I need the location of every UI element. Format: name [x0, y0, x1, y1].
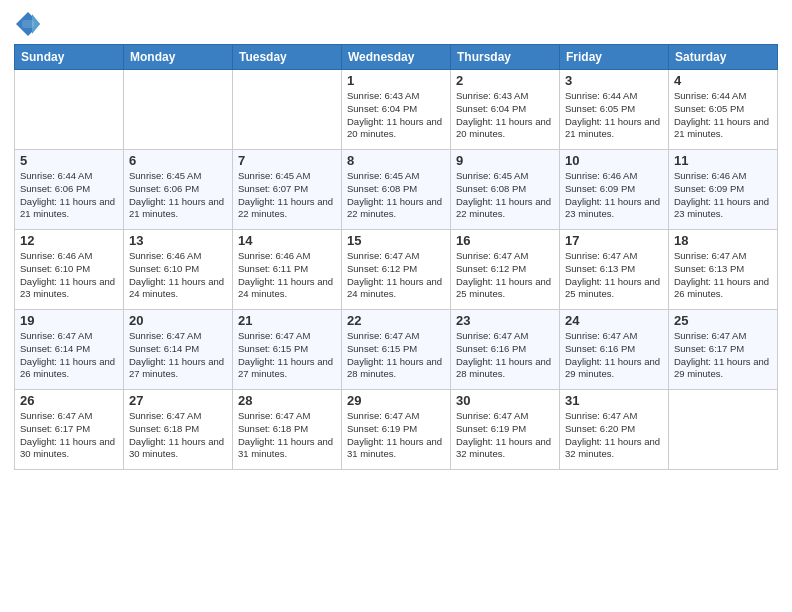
- day-number: 22: [347, 313, 445, 328]
- logo: [14, 10, 46, 38]
- day-info: Sunrise: 6:46 AMSunset: 6:10 PMDaylight:…: [20, 250, 118, 301]
- day-info: Sunrise: 6:47 AMSunset: 6:13 PMDaylight:…: [674, 250, 772, 301]
- day-number: 18: [674, 233, 772, 248]
- day-info: Sunrise: 6:47 AMSunset: 6:14 PMDaylight:…: [20, 330, 118, 381]
- day-number: 7: [238, 153, 336, 168]
- day-info: Sunrise: 6:44 AMSunset: 6:05 PMDaylight:…: [674, 90, 772, 141]
- day-number: 10: [565, 153, 663, 168]
- day-info: Sunrise: 6:46 AMSunset: 6:09 PMDaylight:…: [674, 170, 772, 221]
- day-info: Sunrise: 6:47 AMSunset: 6:14 PMDaylight:…: [129, 330, 227, 381]
- calendar-week-row: 5Sunrise: 6:44 AMSunset: 6:06 PMDaylight…: [15, 150, 778, 230]
- day-number: 16: [456, 233, 554, 248]
- calendar-week-row: 12Sunrise: 6:46 AMSunset: 6:10 PMDayligh…: [15, 230, 778, 310]
- day-info: Sunrise: 6:47 AMSunset: 6:16 PMDaylight:…: [456, 330, 554, 381]
- day-info: Sunrise: 6:46 AMSunset: 6:11 PMDaylight:…: [238, 250, 336, 301]
- day-info: Sunrise: 6:47 AMSunset: 6:17 PMDaylight:…: [20, 410, 118, 461]
- day-number: 27: [129, 393, 227, 408]
- calendar-cell: 27Sunrise: 6:47 AMSunset: 6:18 PMDayligh…: [124, 390, 233, 470]
- day-number: 14: [238, 233, 336, 248]
- calendar-cell: 28Sunrise: 6:47 AMSunset: 6:18 PMDayligh…: [233, 390, 342, 470]
- calendar-cell: [233, 70, 342, 150]
- calendar-cell: 30Sunrise: 6:47 AMSunset: 6:19 PMDayligh…: [451, 390, 560, 470]
- header: [14, 10, 778, 38]
- day-number: 1: [347, 73, 445, 88]
- day-number: 20: [129, 313, 227, 328]
- calendar-cell: 21Sunrise: 6:47 AMSunset: 6:15 PMDayligh…: [233, 310, 342, 390]
- header-tuesday: Tuesday: [233, 45, 342, 70]
- day-number: 5: [20, 153, 118, 168]
- calendar-cell: 25Sunrise: 6:47 AMSunset: 6:17 PMDayligh…: [669, 310, 778, 390]
- calendar-cell: 20Sunrise: 6:47 AMSunset: 6:14 PMDayligh…: [124, 310, 233, 390]
- day-info: Sunrise: 6:47 AMSunset: 6:12 PMDaylight:…: [347, 250, 445, 301]
- day-number: 3: [565, 73, 663, 88]
- day-number: 12: [20, 233, 118, 248]
- calendar-cell: 24Sunrise: 6:47 AMSunset: 6:16 PMDayligh…: [560, 310, 669, 390]
- day-info: Sunrise: 6:47 AMSunset: 6:18 PMDaylight:…: [238, 410, 336, 461]
- header-wednesday: Wednesday: [342, 45, 451, 70]
- header-sunday: Sunday: [15, 45, 124, 70]
- day-number: 24: [565, 313, 663, 328]
- day-number: 17: [565, 233, 663, 248]
- day-info: Sunrise: 6:47 AMSunset: 6:15 PMDaylight:…: [238, 330, 336, 381]
- calendar-cell: 22Sunrise: 6:47 AMSunset: 6:15 PMDayligh…: [342, 310, 451, 390]
- header-monday: Monday: [124, 45, 233, 70]
- calendar-cell: 17Sunrise: 6:47 AMSunset: 6:13 PMDayligh…: [560, 230, 669, 310]
- day-info: Sunrise: 6:45 AMSunset: 6:08 PMDaylight:…: [347, 170, 445, 221]
- calendar-cell: 9Sunrise: 6:45 AMSunset: 6:08 PMDaylight…: [451, 150, 560, 230]
- weekday-header-row: Sunday Monday Tuesday Wednesday Thursday…: [15, 45, 778, 70]
- calendar-cell: 26Sunrise: 6:47 AMSunset: 6:17 PMDayligh…: [15, 390, 124, 470]
- calendar-cell: 8Sunrise: 6:45 AMSunset: 6:08 PMDaylight…: [342, 150, 451, 230]
- calendar-cell: [669, 390, 778, 470]
- day-info: Sunrise: 6:43 AMSunset: 6:04 PMDaylight:…: [347, 90, 445, 141]
- calendar-cell: 10Sunrise: 6:46 AMSunset: 6:09 PMDayligh…: [560, 150, 669, 230]
- day-info: Sunrise: 6:44 AMSunset: 6:06 PMDaylight:…: [20, 170, 118, 221]
- day-info: Sunrise: 6:47 AMSunset: 6:19 PMDaylight:…: [347, 410, 445, 461]
- calendar-cell: 13Sunrise: 6:46 AMSunset: 6:10 PMDayligh…: [124, 230, 233, 310]
- calendar-cell: 15Sunrise: 6:47 AMSunset: 6:12 PMDayligh…: [342, 230, 451, 310]
- day-number: 30: [456, 393, 554, 408]
- header-thursday: Thursday: [451, 45, 560, 70]
- calendar-cell: [15, 70, 124, 150]
- day-number: 15: [347, 233, 445, 248]
- day-info: Sunrise: 6:45 AMSunset: 6:07 PMDaylight:…: [238, 170, 336, 221]
- calendar-cell: 14Sunrise: 6:46 AMSunset: 6:11 PMDayligh…: [233, 230, 342, 310]
- day-number: 29: [347, 393, 445, 408]
- day-info: Sunrise: 6:47 AMSunset: 6:13 PMDaylight:…: [565, 250, 663, 301]
- calendar-cell: 2Sunrise: 6:43 AMSunset: 6:04 PMDaylight…: [451, 70, 560, 150]
- day-number: 26: [20, 393, 118, 408]
- day-number: 28: [238, 393, 336, 408]
- calendar-cell: 29Sunrise: 6:47 AMSunset: 6:19 PMDayligh…: [342, 390, 451, 470]
- day-info: Sunrise: 6:46 AMSunset: 6:09 PMDaylight:…: [565, 170, 663, 221]
- day-info: Sunrise: 6:47 AMSunset: 6:20 PMDaylight:…: [565, 410, 663, 461]
- calendar-cell: 7Sunrise: 6:45 AMSunset: 6:07 PMDaylight…: [233, 150, 342, 230]
- calendar-cell: 12Sunrise: 6:46 AMSunset: 6:10 PMDayligh…: [15, 230, 124, 310]
- day-number: 9: [456, 153, 554, 168]
- day-number: 11: [674, 153, 772, 168]
- calendar-week-row: 19Sunrise: 6:47 AMSunset: 6:14 PMDayligh…: [15, 310, 778, 390]
- day-info: Sunrise: 6:47 AMSunset: 6:19 PMDaylight:…: [456, 410, 554, 461]
- day-number: 8: [347, 153, 445, 168]
- day-number: 19: [20, 313, 118, 328]
- day-info: Sunrise: 6:47 AMSunset: 6:12 PMDaylight:…: [456, 250, 554, 301]
- header-friday: Friday: [560, 45, 669, 70]
- day-number: 4: [674, 73, 772, 88]
- calendar-cell: 31Sunrise: 6:47 AMSunset: 6:20 PMDayligh…: [560, 390, 669, 470]
- calendar-cell: 18Sunrise: 6:47 AMSunset: 6:13 PMDayligh…: [669, 230, 778, 310]
- day-number: 23: [456, 313, 554, 328]
- calendar-cell: 5Sunrise: 6:44 AMSunset: 6:06 PMDaylight…: [15, 150, 124, 230]
- day-info: Sunrise: 6:47 AMSunset: 6:15 PMDaylight:…: [347, 330, 445, 381]
- calendar-cell: 3Sunrise: 6:44 AMSunset: 6:05 PMDaylight…: [560, 70, 669, 150]
- day-number: 21: [238, 313, 336, 328]
- day-info: Sunrise: 6:43 AMSunset: 6:04 PMDaylight:…: [456, 90, 554, 141]
- calendar-cell: 1Sunrise: 6:43 AMSunset: 6:04 PMDaylight…: [342, 70, 451, 150]
- day-info: Sunrise: 6:46 AMSunset: 6:10 PMDaylight:…: [129, 250, 227, 301]
- day-info: Sunrise: 6:47 AMSunset: 6:18 PMDaylight:…: [129, 410, 227, 461]
- calendar-cell: 19Sunrise: 6:47 AMSunset: 6:14 PMDayligh…: [15, 310, 124, 390]
- calendar-week-row: 1Sunrise: 6:43 AMSunset: 6:04 PMDaylight…: [15, 70, 778, 150]
- calendar-cell: [124, 70, 233, 150]
- header-saturday: Saturday: [669, 45, 778, 70]
- day-number: 6: [129, 153, 227, 168]
- calendar-week-row: 26Sunrise: 6:47 AMSunset: 6:17 PMDayligh…: [15, 390, 778, 470]
- calendar-cell: 11Sunrise: 6:46 AMSunset: 6:09 PMDayligh…: [669, 150, 778, 230]
- calendar-cell: 4Sunrise: 6:44 AMSunset: 6:05 PMDaylight…: [669, 70, 778, 150]
